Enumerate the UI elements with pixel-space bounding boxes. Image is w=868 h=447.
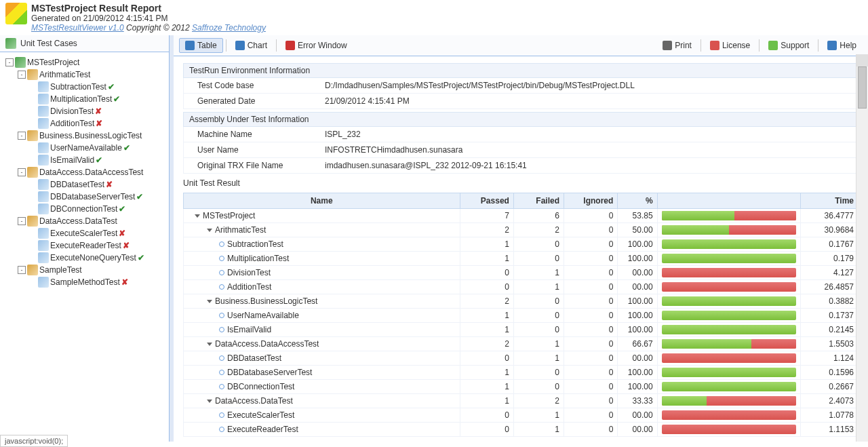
vertical-scrollbar[interactable] <box>856 54 868 442</box>
tree-node[interactable]: UserNameAvailable✔ <box>0 142 169 154</box>
tree-node[interactable]: -DataAccess.DataTest <box>0 215 169 227</box>
tree-node[interactable]: -ArithmaticTest <box>0 69 169 81</box>
expander-icon[interactable] <box>207 343 212 346</box>
tree-node[interactable]: ExecuteScalerTest✘ <box>0 227 169 239</box>
tree-node[interactable]: SubtractionTest✔ <box>0 81 169 93</box>
tree-node[interactable]: DivisionTest✘ <box>0 105 169 117</box>
bullet-icon <box>219 384 224 389</box>
tree-node[interactable]: -SampleTest <box>0 264 169 276</box>
column-header[interactable]: Ignored <box>564 193 617 209</box>
progress-bar <box>662 396 797 406</box>
cell-bar <box>657 380 801 394</box>
table-row[interactable]: UserNameAvailable100100.000.1737 <box>184 309 859 323</box>
cell-time: 0.1737 <box>801 309 859 323</box>
tree-toggle-icon[interactable]: - <box>5 58 14 66</box>
tree-node[interactable]: IsEmailValid✔ <box>0 154 169 166</box>
tree-node[interactable]: -Business.BusinessLogicTest <box>0 130 169 142</box>
tree-node[interactable]: ExecuteReaderTest✘ <box>0 239 169 252</box>
table-button[interactable]: Table <box>179 38 223 53</box>
expander-icon[interactable] <box>195 214 200 218</box>
cell-passed: 2 <box>460 294 513 309</box>
cell-pct: 33.33 <box>618 394 657 408</box>
table-row[interactable]: DBDatasetTest01000.001.124 <box>184 351 859 366</box>
table-row[interactable]: ArithmaticTest22050.0030.9684 <box>184 223 859 237</box>
tree-node[interactable]: AdditionTest✘ <box>0 117 169 130</box>
company-link[interactable]: Saffroze Technology <box>192 23 266 33</box>
table-row[interactable]: IsEmailValid100100.000.2145 <box>184 323 859 337</box>
copyright-text: Copyright © 2012 <box>124 23 192 33</box>
tree-node[interactable]: SampleMethodTest✘ <box>0 276 169 288</box>
table-row[interactable]: ExecuteScalerTest01000.001.0778 <box>184 408 859 423</box>
class-icon <box>27 69 38 80</box>
product-link[interactable]: MSTestResultViewer v1.0 <box>31 23 124 33</box>
tree-toggle-icon[interactable]: - <box>18 266 26 274</box>
cell-ignored: 0 <box>564 408 617 423</box>
leaf-icon <box>38 179 49 190</box>
tree-label: DBConnectionTest <box>50 204 117 214</box>
expander-icon[interactable] <box>207 229 212 232</box>
cell-ignored: 0 <box>564 223 617 237</box>
sidebar: Unit Test Cases -MSTestProject-Arithmati… <box>0 35 170 442</box>
progress-bar <box>662 211 797 220</box>
proj-icon <box>15 57 26 68</box>
expander-icon[interactable] <box>207 300 212 303</box>
table-row[interactable]: MSTestProject76053.8536.4777 <box>184 209 859 223</box>
column-header[interactable]: Passed <box>460 193 513 209</box>
test-tree: -MSTestProject-ArithmaticTestSubtraction… <box>0 52 169 442</box>
cell-bar <box>657 394 801 408</box>
table-row[interactable]: AdditionTest01000.0026.4857 <box>184 280 859 294</box>
table-row[interactable]: DivisionTest01000.004.127 <box>184 266 859 280</box>
support-button[interactable]: Support <box>762 38 815 53</box>
table-row[interactable]: ExecuteReaderTest01000.001.1153 <box>184 423 859 437</box>
cell-ignored: 0 <box>564 280 617 294</box>
column-header[interactable]: Failed <box>513 193 564 209</box>
expander-icon[interactable] <box>207 400 212 403</box>
cell-ignored: 0 <box>564 209 617 223</box>
table-row[interactable]: DBDatabaseServerTest100100.000.1596 <box>184 366 859 380</box>
print-button[interactable]: Print <box>656 38 698 53</box>
error-button[interactable]: Error Window <box>279 38 353 53</box>
license-button[interactable]: License <box>704 38 756 53</box>
tree-node[interactable]: DBConnectionTest✔ <box>0 203 169 215</box>
column-header[interactable]: % <box>618 193 657 209</box>
cell-passed: 0 <box>460 280 513 294</box>
tree-toggle-icon[interactable]: - <box>18 71 26 79</box>
table-row[interactable]: SubtractionTest100100.000.1767 <box>184 237 859 252</box>
table-row[interactable]: DataAccess.DataAccessTest21066.671.5503 <box>184 337 859 351</box>
row-name: DataAccess.DataAccessTest <box>215 339 319 349</box>
cell-failed: 2 <box>513 394 564 408</box>
cell-bar <box>657 209 801 223</box>
cell-passed: 1 <box>460 380 513 394</box>
result-title: Unit Test Result <box>183 176 859 190</box>
tree-node[interactable]: MultiplicationTest✔ <box>0 93 169 105</box>
table-row[interactable]: DataAccess.DataTest12033.332.4073 <box>184 394 859 408</box>
column-header[interactable]: Name <box>184 193 460 209</box>
chart-icon <box>235 41 245 50</box>
cell-failed: 1 <box>513 423 564 437</box>
help-button[interactable]: Help <box>821 38 863 53</box>
table-row[interactable]: Business.BusinessLogicTest200100.000.388… <box>184 294 859 309</box>
column-header[interactable] <box>657 193 801 209</box>
tree-toggle-icon[interactable]: - <box>18 217 26 225</box>
row-name: MSTestProject <box>203 211 255 220</box>
chart-button[interactable]: Chart <box>229 38 273 53</box>
info-row: Generated Date21/09/2012 4:15:41 PM <box>183 94 859 109</box>
tree-node[interactable]: -MSTestProject <box>0 56 169 69</box>
tree-toggle-icon[interactable]: - <box>18 168 26 176</box>
cell-bar <box>657 309 801 323</box>
tree-node[interactable]: DBDatabaseServerTest✔ <box>0 191 169 203</box>
table-row[interactable]: DBConnectionTest100100.000.2667 <box>184 380 859 394</box>
progress-bar <box>662 410 797 420</box>
cell-pct: 100.00 <box>618 237 657 252</box>
column-header[interactable]: Time <box>801 193 859 209</box>
table-row[interactable]: MultiplicationTest100100.000.179 <box>184 252 859 266</box>
tree-node[interactable]: DBDatasetTest✘ <box>0 178 169 191</box>
cell-pct: 100.00 <box>618 323 657 337</box>
tree-node[interactable]: -DataAccess.DataAccessTest <box>0 166 169 178</box>
tree-node[interactable]: ExecuteNoneQueryTest✔ <box>0 252 169 264</box>
cell-ignored: 0 <box>564 266 617 280</box>
tree-toggle-icon[interactable]: - <box>18 132 26 140</box>
progress-bar <box>662 382 797 391</box>
row-name: UserNameAvailable <box>227 311 299 320</box>
pass-icon: ✔ <box>123 143 130 153</box>
